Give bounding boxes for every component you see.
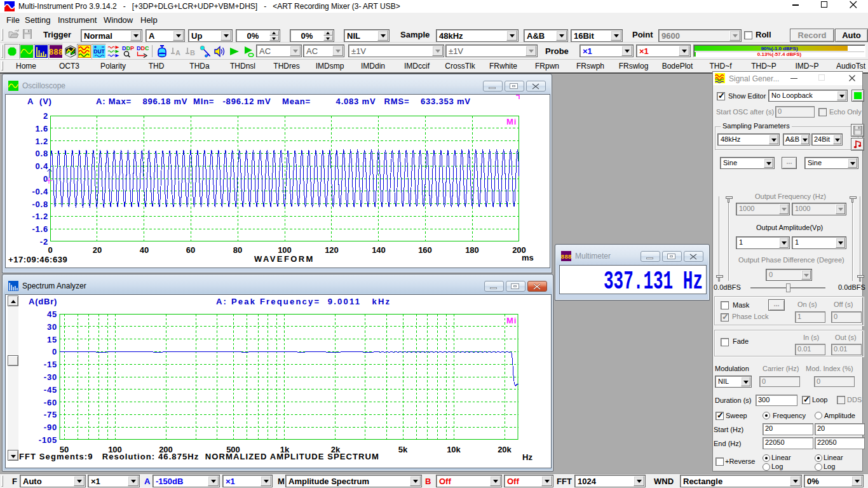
- svg-text:A: A: [175, 49, 180, 57]
- svg-text:B: B: [190, 49, 195, 57]
- svg-text:DDP: DDP: [122, 45, 134, 51]
- svg-text:DUT: DUT: [93, 48, 105, 55]
- svg-text:DDC: DDC: [137, 45, 149, 51]
- svg-text:888: 888: [561, 254, 571, 261]
- svg-text:888: 888: [50, 48, 62, 57]
